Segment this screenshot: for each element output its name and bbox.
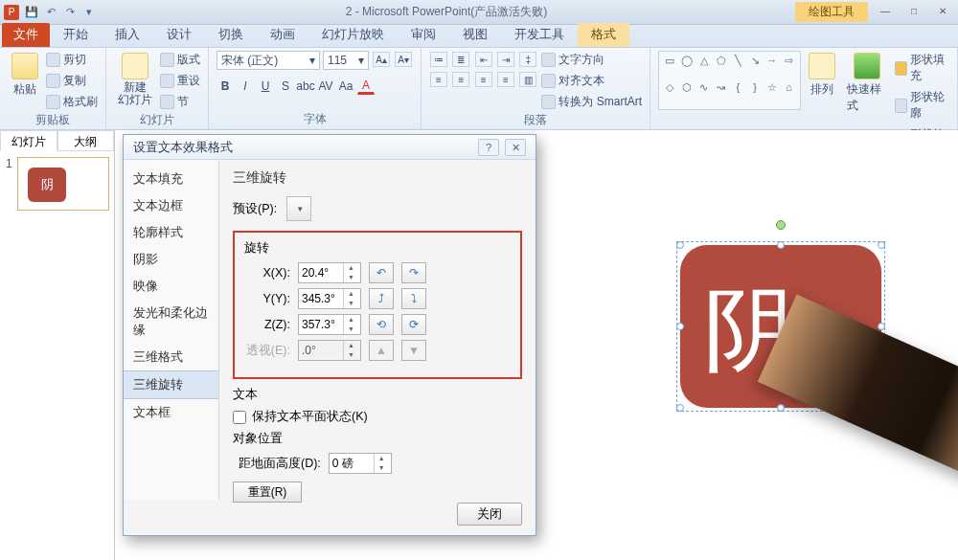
align-text-button[interactable]: 对齐文本 — [541, 72, 642, 90]
nav-reflection[interactable]: 映像 — [124, 273, 218, 300]
align-center-icon[interactable]: ≡ — [452, 72, 469, 87]
y-rotate-up-icon[interactable]: ⤴ — [369, 288, 394, 309]
section-button[interactable]: 节 — [160, 93, 200, 111]
z-rotate-cw-icon[interactable]: ⟳ — [401, 314, 426, 335]
justify-icon[interactable]: ≡ — [497, 72, 514, 87]
tab-slideshow[interactable]: 幻灯片放映 — [308, 23, 398, 47]
undo-icon[interactable]: ↶ — [42, 4, 59, 21]
copy-button[interactable]: 复制 — [46, 72, 98, 90]
tab-transitions[interactable]: 切换 — [205, 23, 257, 47]
x-spinner[interactable]: ▲▼ — [298, 262, 361, 283]
contextual-tab-group: 绘图工具 — [795, 2, 868, 22]
tab-thumbnails[interactable]: 幻灯片 — [0, 130, 57, 151]
z-spinner[interactable]: ▲▼ — [298, 314, 361, 335]
redo-icon[interactable]: ↷ — [61, 4, 79, 21]
dialog-close-x[interactable]: ✕ — [505, 139, 526, 156]
handle-s[interactable] — [777, 404, 785, 412]
nav-textbox[interactable]: 文本框 — [124, 399, 218, 426]
inc-indent-icon[interactable]: ⇥ — [497, 52, 514, 67]
handle-sw[interactable] — [676, 404, 684, 412]
nav-shadow[interactable]: 阴影 — [124, 246, 218, 273]
reset-button[interactable]: 重置(R) — [233, 482, 302, 503]
distance-spinner[interactable]: ▲▼ — [329, 453, 392, 474]
slide-thumbnail-1[interactable]: 阴 — [17, 157, 109, 211]
qat-more-icon[interactable]: ▾ — [80, 4, 98, 21]
cut-button[interactable]: 剪切 — [46, 51, 98, 69]
maximize-button[interactable]: □ — [902, 6, 925, 19]
smartart-button[interactable]: 转换为 SmartArt — [541, 93, 642, 111]
bullets-icon[interactable]: ≔ — [430, 52, 447, 67]
x-rotate-left-icon[interactable]: ↶ — [369, 262, 394, 283]
dialog-help-button[interactable]: ? — [478, 139, 499, 156]
y-input[interactable] — [299, 292, 343, 305]
underline-button[interactable]: U — [257, 78, 274, 95]
ribbon-tabs: 文件 开始 插入 设计 切换 动画 幻灯片放映 审阅 视图 开发工具 格式 — [0, 25, 958, 48]
selected-shape[interactable]: 阴 — [680, 245, 929, 437]
close-button[interactable]: 关闭 — [457, 503, 522, 526]
columns-icon[interactable]: ▥ — [519, 72, 536, 87]
nav-outline-style[interactable]: 轮廓样式 — [124, 219, 218, 246]
handle-n[interactable] — [777, 241, 785, 249]
tab-view[interactable]: 视图 — [449, 23, 501, 47]
shapes-gallery[interactable]: ▭◯△⬠╲↘→⇨ ◇⬡∿↝{}☆⌂ — [658, 51, 801, 110]
z-input[interactable] — [299, 318, 343, 331]
preset-dropdown[interactable] — [286, 196, 311, 221]
tab-outline[interactable]: 大纲 — [57, 130, 115, 151]
new-slide-button[interactable]: 新建 幻灯片 — [114, 51, 156, 108]
nav-3d-rotation[interactable]: 三维旋转 — [124, 370, 218, 399]
bold-button[interactable]: B — [217, 78, 234, 95]
quick-styles-button[interactable]: 快速样式 — [843, 51, 891, 116]
distance-input[interactable] — [330, 457, 374, 470]
tab-review[interactable]: 审阅 — [398, 23, 449, 47]
shape-outline-button[interactable]: 形状轮廓 — [895, 88, 949, 123]
x-rotate-right-icon[interactable]: ↷ — [401, 262, 426, 283]
shadow-text-button[interactable]: abc — [297, 78, 314, 95]
z-rotate-ccw-icon[interactable]: ⟲ — [369, 314, 394, 335]
align-left-icon[interactable]: ≡ — [430, 72, 447, 87]
rotation-handle[interactable] — [776, 220, 786, 230]
arrange-button[interactable]: 排列 — [805, 51, 839, 100]
tab-home[interactable]: 开始 — [50, 23, 102, 47]
tab-design[interactable]: 设计 — [153, 23, 205, 47]
handle-nw[interactable] — [676, 241, 684, 249]
tab-insert[interactable]: 插入 — [102, 23, 153, 47]
font-color-button[interactable]: A — [357, 78, 375, 95]
nav-3d-format[interactable]: 三维格式 — [124, 344, 218, 370]
handle-w[interactable] — [676, 323, 684, 330]
handle-e[interactable] — [878, 323, 885, 330]
tab-animations[interactable]: 动画 — [257, 23, 308, 47]
nav-glow[interactable]: 发光和柔化边缘 — [124, 300, 218, 344]
grow-font-icon[interactable]: A▴ — [373, 52, 390, 67]
y-rotate-down-icon[interactable]: ⤵ — [401, 288, 426, 309]
minimize-button[interactable]: — — [874, 6, 897, 19]
tab-developer[interactable]: 开发工具 — [501, 23, 578, 47]
tab-format[interactable]: 格式 — [578, 23, 629, 47]
font-name-select[interactable]: 宋体 (正文)▾ — [217, 51, 320, 70]
italic-button[interactable]: I — [237, 78, 254, 95]
tab-file[interactable]: 文件 — [2, 23, 50, 47]
reset-slide-button[interactable]: 重设 — [160, 72, 200, 90]
new-slide-label: 新建 幻灯片 — [118, 81, 152, 106]
paste-button[interactable]: 粘贴 — [8, 51, 42, 100]
strike-button[interactable]: S — [277, 78, 294, 95]
nav-text-outline[interactable]: 文本边框 — [124, 192, 218, 219]
align-right-icon[interactable]: ≡ — [475, 72, 492, 87]
y-spinner[interactable]: ▲▼ — [298, 288, 361, 309]
dec-indent-icon[interactable]: ⇤ — [475, 52, 492, 67]
close-button[interactable]: ✕ — [931, 6, 954, 19]
keep-flat-checkbox[interactable] — [233, 411, 246, 424]
line-spacing-icon[interactable]: ‡ — [519, 52, 536, 67]
shrink-font-icon[interactable]: A▾ — [395, 52, 412, 67]
font-size-select[interactable]: 115▾ — [323, 51, 369, 70]
x-input[interactable] — [299, 266, 343, 280]
format-painter-button[interactable]: 格式刷 — [46, 93, 98, 111]
layout-button[interactable]: 版式 — [160, 51, 200, 69]
shape-fill-button[interactable]: 形状填充 — [895, 51, 949, 85]
nav-text-fill[interactable]: 文本填充 — [124, 166, 218, 192]
change-case-button[interactable]: Aa — [337, 78, 354, 95]
numbering-icon[interactable]: ≣ — [452, 52, 469, 67]
handle-ne[interactable] — [878, 241, 885, 249]
char-spacing-button[interactable]: AV — [317, 78, 334, 95]
text-direction-button[interactable]: 文字方向 — [541, 51, 642, 69]
save-icon[interactable]: 💾 — [23, 4, 40, 21]
